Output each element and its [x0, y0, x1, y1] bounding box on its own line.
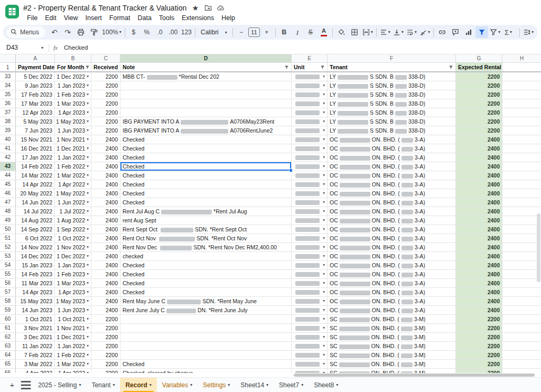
row-header-38[interactable]: 38	[0, 117, 16, 126]
cell-G43[interactable]: 2400	[456, 162, 502, 171]
saved-to-drive-icon[interactable]	[217, 4, 225, 12]
cell-B58[interactable]: 1 May 2023▾	[55, 297, 91, 306]
dropdown-chevron-icon[interactable]: ▾	[323, 234, 325, 242]
dropdown-chevron-icon[interactable]: ▾	[323, 180, 325, 189]
cell-F41[interactable]: OCON. BHD. (3-A)	[328, 144, 456, 153]
dropdown-chevron-icon[interactable]: ▾	[87, 288, 89, 296]
row-header-33[interactable]: 33	[0, 72, 16, 81]
dropdown-chevron-icon[interactable]: ▾	[323, 81, 325, 90]
cell-A51[interactable]: 6 Oct 2022	[16, 234, 55, 243]
menu-data[interactable]: Data	[134, 14, 155, 22]
cell-G62[interactable]: 2200	[456, 333, 502, 342]
horizontal-align-button[interactable]: ▾	[379, 26, 391, 38]
cell-B51[interactable]: 1 Oct 2022▾	[55, 234, 91, 243]
cell-G39[interactable]: 2200	[456, 126, 502, 135]
dropdown-chevron-icon[interactable]: ▾	[87, 234, 89, 242]
row-header-44[interactable]: 44	[0, 171, 16, 180]
cell-C54[interactable]: 2400	[91, 261, 120, 270]
cell-H61[interactable]	[502, 324, 541, 333]
dropdown-chevron-icon[interactable]: ▾	[323, 162, 325, 171]
cell-A44[interactable]: 14 Mar 2022	[16, 171, 55, 180]
cell-H54[interactable]	[502, 261, 541, 270]
row-header-36[interactable]: 36	[0, 99, 16, 108]
cell-F42[interactable]: OCON. BHD. (3-A)	[328, 153, 456, 162]
cell-F52[interactable]: OCON. BHD. (3-A)	[328, 243, 456, 252]
sheet-tab-sheet14[interactable]: Sheet14▾	[235, 378, 274, 392]
cell-A41[interactable]: 16 Dec 2021	[16, 144, 55, 153]
insert-chart-button[interactable]	[462, 26, 475, 38]
increase-decimal-button[interactable]: .00	[167, 26, 180, 38]
cell-C61[interactable]: 2200	[91, 324, 120, 333]
cell-D62[interactable]	[120, 333, 292, 342]
header-payment-date[interactable]: Payment Date	[16, 63, 55, 71]
dropdown-chevron-icon[interactable]: ▾	[87, 108, 89, 117]
decrease-decimal-button[interactable]: .0	[154, 26, 166, 38]
cell-B57[interactable]: 1 Apr 2023▾	[55, 288, 91, 297]
cell-G48[interactable]: 2400	[456, 207, 502, 216]
cell-E57[interactable]: ▾	[292, 288, 328, 297]
cell-F62[interactable]: SCON. BHD. (3-M)	[328, 333, 456, 342]
cell-F48[interactable]: OCON. BHD. (3-A)	[328, 207, 456, 216]
dropdown-chevron-icon[interactable]: ▾	[87, 225, 89, 234]
cell-F53[interactable]: OCON. BHD. (3-A)	[328, 252, 456, 261]
column-header-F[interactable]: F	[328, 54, 456, 62]
cell-A45[interactable]: 14 Apr 2022	[16, 180, 55, 189]
redo-button[interactable]: ↷	[61, 26, 74, 38]
cell-C39[interactable]: 2200	[91, 126, 120, 135]
cell-H42[interactable]	[502, 153, 541, 162]
cell-E47[interactable]: ▾	[292, 198, 328, 207]
dropdown-chevron-icon[interactable]: ▾	[87, 117, 89, 126]
cell-C55[interactable]: 2400	[91, 270, 120, 279]
text-rotation-button[interactable]: A ▾	[418, 26, 431, 38]
functions-button[interactable]: Σ ▾	[502, 26, 515, 38]
cell-F56[interactable]: OCON. BHD. (3-A)	[328, 279, 456, 288]
cell-F34[interactable]: LYS SDN. B338-D)	[328, 81, 456, 90]
cell-F61[interactable]: SCON. BHD. (3-M)	[328, 324, 456, 333]
sheet-tab-sheet8[interactable]: Sheet8▾	[309, 378, 343, 392]
insert-link-button[interactable]	[436, 26, 449, 38]
row-header-65[interactable]: 65	[0, 360, 16, 369]
cell-D48[interactable]: Rent Jul Aug C*Rent Jul Aug	[120, 207, 292, 216]
cell-G46[interactable]: 2400	[456, 189, 502, 198]
cell-F55[interactable]: OCON. BHD. (3-A)	[328, 270, 456, 279]
cell-H59[interactable]	[502, 306, 541, 315]
dropdown-chevron-icon[interactable]: ▾	[323, 117, 325, 126]
cell-C38[interactable]: 2200	[91, 117, 120, 126]
cell-D36[interactable]	[120, 99, 292, 108]
cell-D46[interactable]: Checked	[120, 189, 292, 198]
dropdown-chevron-icon[interactable]: ▾	[87, 180, 89, 189]
column-header-G[interactable]: G	[456, 54, 502, 62]
strikethrough-button[interactable]: S	[304, 26, 317, 38]
cell-B63[interactable]: 1 Jan 2022▾	[55, 342, 91, 351]
undo-button[interactable]: ↶	[48, 26, 61, 38]
fill-color-button[interactable]	[335, 26, 348, 38]
cell-E37[interactable]: ▾	[292, 108, 328, 117]
filter-funnel-icon[interactable]	[85, 65, 90, 70]
cell-D64[interactable]	[120, 351, 292, 360]
cell-G57[interactable]: 2400	[456, 288, 502, 297]
merge-cells-button[interactable]: ▾	[361, 26, 374, 38]
cell-D56[interactable]: Checked	[120, 279, 292, 288]
cell-G37[interactable]: 2200	[456, 108, 502, 117]
row-header-62[interactable]: 62	[0, 333, 16, 342]
cell-E46[interactable]: ▾	[292, 189, 328, 198]
header-note[interactable]: Note	[120, 63, 292, 71]
cell-E53[interactable]: ▾	[292, 252, 328, 261]
cell-E43[interactable]: ▾	[292, 162, 328, 171]
cell-G49[interactable]: 2400	[456, 216, 502, 225]
cell-E56[interactable]: ▾	[292, 279, 328, 288]
cell-G66[interactable]: 2200	[456, 369, 502, 373]
sheet-tab-settings[interactable]: Settings▾	[198, 378, 235, 392]
cell-D44[interactable]: Checked	[120, 171, 292, 180]
row-header-54[interactable]: 54	[0, 261, 16, 270]
cell-H53[interactable]	[502, 252, 541, 261]
cell-E60[interactable]: ▾	[292, 315, 328, 324]
borders-button[interactable]	[348, 26, 361, 38]
text-color-button[interactable]: A	[318, 26, 330, 38]
select-all-corner[interactable]	[0, 54, 16, 62]
cell-F37[interactable]: LYS SDN. B338-D)	[328, 108, 456, 117]
filter-views-button[interactable]: ▾	[489, 26, 501, 38]
menu-edit[interactable]: Edit	[41, 14, 60, 22]
cell-C59[interactable]: 2400	[91, 306, 120, 315]
cell-D33[interactable]: MBB CT-*Rental Dec 202	[120, 72, 292, 81]
